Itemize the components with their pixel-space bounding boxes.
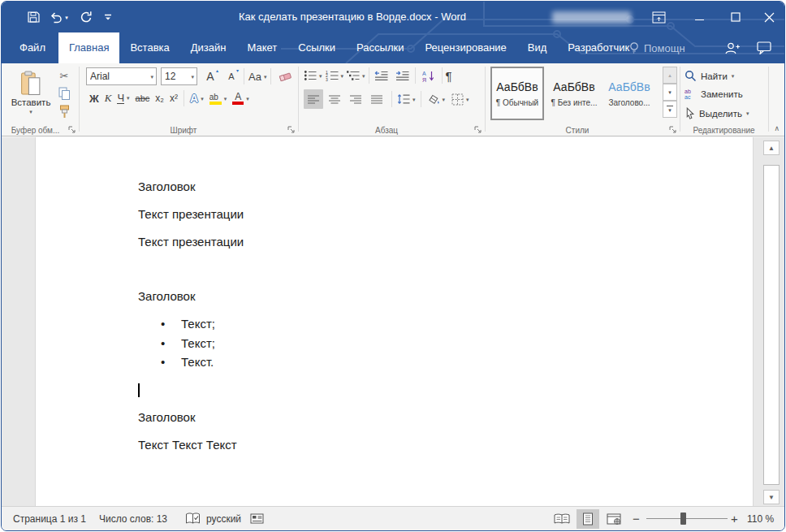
vertical-scrollbar[interactable]: ▲ ▼	[762, 137, 780, 508]
borders-button[interactable]: ▾	[451, 93, 469, 106]
styles-dialog-launcher[interactable]	[668, 125, 677, 134]
strikethrough-button[interactable]: abc	[136, 93, 150, 103]
underline-letter: Ч	[117, 93, 124, 105]
maximize-button[interactable]	[725, 7, 746, 27]
shading-button[interactable]: ▾	[426, 93, 446, 106]
macro-recorder[interactable]	[250, 507, 264, 530]
close-icon	[764, 12, 775, 23]
change-case-button[interactable]: Aa ▾	[248, 67, 266, 85]
tab-view[interactable]: Вид	[517, 32, 558, 63]
justify-button[interactable]	[367, 89, 387, 109]
font-dialog-launcher[interactable]	[287, 125, 296, 134]
multilevel-list-button[interactable]: ▾	[347, 70, 365, 81]
tab-design[interactable]: Дизайн	[180, 32, 237, 63]
change-case-caret: ▾	[264, 74, 267, 80]
paragraph-dialog-launcher[interactable]	[473, 125, 482, 134]
repeat-button[interactable]	[77, 9, 95, 25]
title-bar: ▾ Как сделать презентацию в Ворде.docx -…	[2, 2, 784, 32]
window-title: Как сделать презентацию в Ворде.docx - W…	[123, 2, 581, 32]
numbering-button[interactable]: 123 ▾	[326, 70, 344, 81]
font-color-button[interactable]: А ▾	[232, 92, 249, 106]
clear-formatting-button[interactable]	[275, 67, 295, 85]
align-left-button[interactable]	[304, 89, 323, 109]
grow-font-letter: А	[206, 70, 214, 83]
tab-home[interactable]: Главная	[58, 32, 119, 63]
tab-references[interactable]: Ссылки	[287, 32, 346, 63]
sort-icon: АЯ	[422, 70, 435, 82]
read-mode-button[interactable]	[551, 509, 573, 529]
font-size-combobox[interactable]: ▾	[161, 67, 197, 85]
bullets-button[interactable]: ▾	[304, 70, 322, 81]
proofing-status[interactable]	[185, 507, 201, 530]
style-heading1[interactable]: АаБбВв Заголово...	[602, 67, 656, 120]
styles-scroll-up-button[interactable]: ▴	[663, 67, 677, 84]
minimize-button[interactable]	[689, 7, 710, 27]
bold-button[interactable]: Ж	[89, 93, 99, 105]
web-layout-button[interactable]	[602, 509, 625, 529]
bullets-icon	[304, 70, 317, 81]
text-effects-button[interactable]: А ▾	[190, 92, 204, 105]
close-button[interactable]	[758, 7, 780, 27]
line-spacing-button[interactable]: ▾	[397, 93, 416, 105]
tab-review[interactable]: Рецензирование	[414, 32, 516, 63]
format-painter-button[interactable]	[55, 103, 73, 119]
zoom-slider-handle[interactable]	[680, 513, 686, 525]
underline-button[interactable]: Ч ▾	[117, 93, 129, 105]
style-preview: АаБбВв	[496, 80, 538, 93]
maximize-icon	[731, 12, 741, 22]
print-layout-button[interactable]	[577, 509, 599, 529]
copy-button[interactable]	[55, 85, 73, 102]
zoom-out-button[interactable]: −	[633, 507, 640, 530]
tab-developer[interactable]: Разработчик	[557, 32, 640, 63]
align-center-button[interactable]	[325, 89, 344, 109]
tab-mailings[interactable]: Рассылки	[346, 32, 414, 63]
comments-button[interactable]	[754, 39, 775, 57]
scroll-down-button[interactable]: ▼	[763, 490, 780, 504]
zoom-slider-track[interactable]	[646, 518, 728, 519]
zoom-level[interactable]: 110 %	[747, 507, 774, 530]
font-name-combobox[interactable]: ▾	[86, 67, 157, 85]
align-center-icon	[329, 95, 340, 104]
style-no-spacing[interactable]: АаБбВв ¶ Без инте...	[547, 67, 601, 120]
cut-button[interactable]: ✂	[55, 67, 73, 84]
document-page[interactable]: Заголовок Текст презентации Текст презен…	[35, 137, 754, 508]
font-name-input[interactable]	[87, 71, 148, 82]
styles-scroll-down-button[interactable]: ▾	[663, 84, 677, 101]
sort-button[interactable]: АЯ	[419, 70, 438, 82]
ribbon-display-options-button[interactable]	[648, 7, 669, 27]
decrease-indent-button[interactable]	[373, 71, 391, 81]
grow-font-button[interactable]: А ▴	[201, 67, 219, 85]
align-right-button[interactable]	[346, 89, 365, 109]
tab-file[interactable]: Файл	[6, 32, 58, 63]
zoom-in-button[interactable]: +	[731, 507, 738, 530]
save-button[interactable]	[24, 9, 42, 25]
customize-qat-button[interactable]	[99, 9, 117, 25]
scrollbar-thumb[interactable]	[763, 165, 780, 485]
replace-button[interactable]: ab ac Заменить	[685, 89, 743, 101]
scroll-up-button[interactable]: ▲	[763, 141, 780, 155]
italic-button[interactable]: К	[105, 92, 112, 105]
word-count[interactable]: Число слов: 13	[99, 507, 167, 530]
language-indicator[interactable]: русский	[206, 507, 241, 530]
select-button[interactable]: Выделить ▾	[685, 107, 749, 119]
page-indicator[interactable]: Страница 1 из 1	[13, 507, 86, 530]
styles-more-button[interactable]: ▾	[663, 101, 677, 118]
tab-layout[interactable]: Макет	[236, 32, 287, 63]
style-normal[interactable]: АаБбВв ¶ Обычный	[490, 67, 544, 120]
find-button[interactable]: Найти ▾	[685, 70, 734, 82]
collapse-ribbon-button[interactable]: ∧	[774, 124, 780, 132]
tab-insert[interactable]: Вставка	[119, 32, 179, 63]
tell-me-assistant[interactable]: Помощн	[628, 32, 685, 63]
superscript-button[interactable]: x²	[170, 93, 178, 104]
highlight-color-button[interactable]: ab ▾	[209, 93, 227, 105]
undo-dropdown[interactable]: ▾	[62, 9, 71, 25]
clipboard-dialog-launcher[interactable]	[67, 125, 76, 134]
show-marks-button[interactable]: ¶	[446, 69, 452, 83]
subscript-button[interactable]: x₂	[155, 93, 164, 104]
increase-indent-button[interactable]	[394, 71, 412, 81]
share-button[interactable]	[721, 39, 742, 57]
font-size-input[interactable]	[162, 71, 188, 82]
paste-button[interactable]: Вставить ▾	[8, 66, 54, 119]
shrink-font-button[interactable]: А ▾	[223, 67, 240, 85]
user-account-blurred[interactable]	[552, 11, 631, 24]
